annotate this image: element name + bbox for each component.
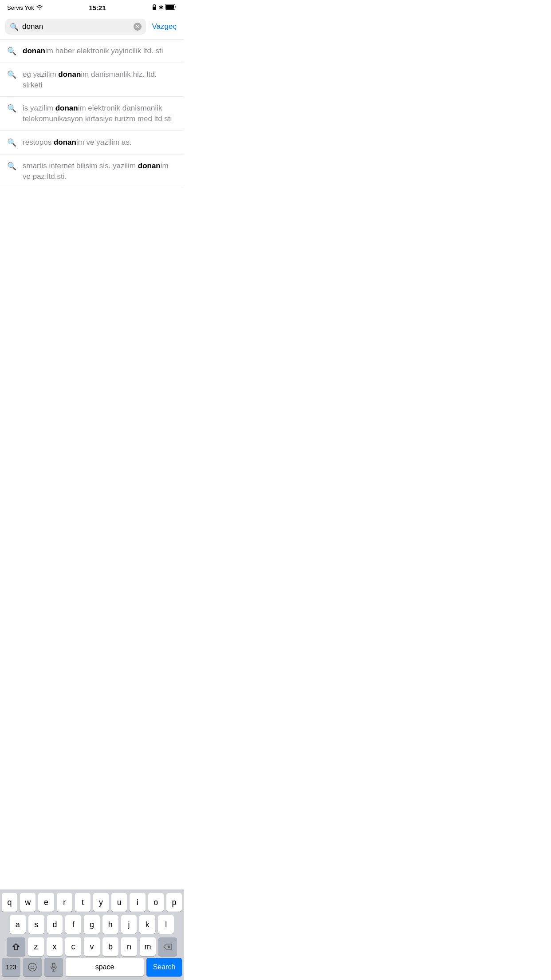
cancel-button[interactable]: Vazgeç bbox=[150, 22, 178, 31]
svg-rect-0 bbox=[153, 7, 156, 10]
status-left: Servis Yok bbox=[7, 4, 43, 11]
suggestion-item[interactable]: 🔍 donanim haber elektronik yayincilik lt… bbox=[0, 40, 184, 63]
suggestion-search-icon: 🔍 bbox=[7, 138, 16, 147]
suggestion-text: restopos donanim ve yazilim as. bbox=[23, 137, 132, 148]
svg-rect-2 bbox=[166, 5, 174, 9]
suggestion-search-icon: 🔍 bbox=[7, 162, 16, 171]
suggestion-search-icon: 🔍 bbox=[7, 70, 16, 79]
suggestion-text: eg yazilim donanim danismanlik hiz. ltd.… bbox=[23, 69, 177, 91]
suggestions-list: 🔍 donanim haber elektronik yayincilik lt… bbox=[0, 40, 184, 188]
wifi-icon bbox=[36, 4, 43, 11]
search-icon: 🔍 bbox=[10, 23, 19, 31]
status-time: 15:21 bbox=[89, 4, 106, 12]
suggestion-item[interactable]: 🔍 eg yazilim donanim danismanlik hiz. lt… bbox=[0, 63, 184, 97]
lock-icon bbox=[152, 4, 157, 12]
suggestion-text: donanim haber elektronik yayincilik ltd.… bbox=[23, 46, 163, 56]
suggestion-item[interactable]: 🔍 restopos donanim ve yazilim as. bbox=[0, 131, 184, 154]
clear-button[interactable]: ✕ bbox=[134, 23, 142, 31]
suggestion-search-icon: 🔍 bbox=[7, 104, 16, 113]
suggestion-text: is yazilim donanim elektronik danismanli… bbox=[23, 103, 177, 124]
suggestion-search-icon: 🔍 bbox=[7, 47, 16, 56]
bluetooth-icon: ✱ bbox=[159, 4, 163, 11]
suggestion-text: smartis internet bilisim sis. yazilim do… bbox=[23, 161, 177, 182]
search-bar: 🔍 ✕ Vazgeç bbox=[0, 14, 184, 40]
status-right: ✱ bbox=[152, 4, 177, 12]
search-input[interactable] bbox=[22, 22, 130, 31]
battery-icon bbox=[165, 4, 177, 11]
suggestion-item[interactable]: 🔍 is yazilim donanim elektronik danisman… bbox=[0, 97, 184, 131]
carrier-text: Servis Yok bbox=[7, 4, 34, 11]
suggestion-item[interactable]: 🔍 smartis internet bilisim sis. yazilim … bbox=[0, 154, 184, 189]
status-bar: Servis Yok 15:21 ✱ bbox=[0, 0, 184, 14]
search-input-wrapper[interactable]: 🔍 ✕ bbox=[5, 19, 146, 35]
